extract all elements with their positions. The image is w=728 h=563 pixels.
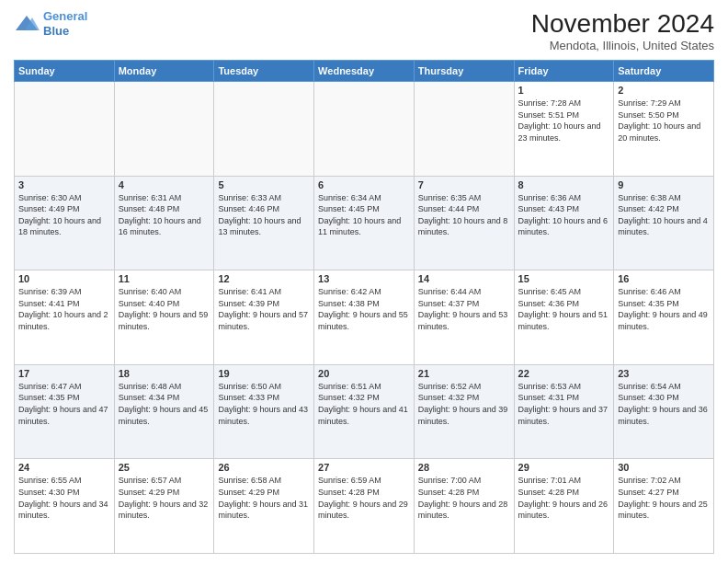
table-row: 21Sunrise: 6:52 AM Sunset: 4:32 PM Dayli… (414, 364, 514, 459)
table-row: 11Sunrise: 6:40 AM Sunset: 4:40 PM Dayli… (114, 270, 214, 365)
day-number: 30 (618, 462, 710, 473)
day-number: 29 (518, 462, 610, 473)
day-info: Sunrise: 6:59 AM Sunset: 4:28 PM Dayligh… (318, 475, 410, 521)
table-row: 24Sunrise: 6:55 AM Sunset: 4:30 PM Dayli… (15, 459, 115, 554)
col-friday: Friday (514, 61, 614, 82)
day-info: Sunrise: 6:53 AM Sunset: 4:31 PM Dayligh… (518, 381, 610, 427)
table-row: 8Sunrise: 6:36 AM Sunset: 4:43 PM Daylig… (514, 176, 614, 270)
month-title: November 2024 (531, 9, 714, 39)
day-info: Sunrise: 6:40 AM Sunset: 4:40 PM Dayligh… (119, 286, 210, 332)
header: General Blue November 2024 Mendota, Illi… (14, 9, 714, 52)
day-number: 15 (518, 273, 610, 284)
table-row (114, 82, 214, 177)
day-number: 21 (418, 368, 510, 379)
day-info: Sunrise: 7:28 AM Sunset: 5:51 PM Dayligh… (518, 98, 610, 144)
table-row: 27Sunrise: 6:59 AM Sunset: 4:28 PM Dayli… (314, 459, 415, 554)
col-monday: Monday (114, 61, 214, 82)
day-info: Sunrise: 7:02 AM Sunset: 4:27 PM Dayligh… (618, 475, 710, 521)
day-number: 9 (618, 179, 710, 190)
day-info: Sunrise: 6:45 AM Sunset: 4:36 PM Dayligh… (518, 286, 610, 332)
table-row: 22Sunrise: 6:53 AM Sunset: 4:31 PM Dayli… (514, 364, 614, 459)
logo-text: General Blue (43, 9, 87, 38)
table-row: 15Sunrise: 6:45 AM Sunset: 4:36 PM Dayli… (514, 270, 614, 365)
day-number: 23 (618, 368, 710, 379)
table-row: 10Sunrise: 6:39 AM Sunset: 4:41 PM Dayli… (15, 270, 115, 365)
col-thursday: Thursday (414, 61, 514, 82)
table-row: 3Sunrise: 6:30 AM Sunset: 4:49 PM Daylig… (15, 176, 115, 270)
day-info: Sunrise: 6:50 AM Sunset: 4:33 PM Dayligh… (218, 381, 310, 427)
table-row: 18Sunrise: 6:48 AM Sunset: 4:34 PM Dayli… (114, 364, 214, 459)
day-info: Sunrise: 6:48 AM Sunset: 4:34 PM Dayligh… (119, 381, 210, 427)
day-number: 24 (18, 462, 110, 473)
col-sunday: Sunday (15, 61, 115, 82)
logo-icon (14, 14, 40, 34)
day-info: Sunrise: 6:39 AM Sunset: 4:41 PM Dayligh… (18, 286, 110, 332)
day-number: 12 (218, 273, 310, 284)
day-info: Sunrise: 6:51 AM Sunset: 4:32 PM Dayligh… (318, 381, 410, 427)
day-info: Sunrise: 6:41 AM Sunset: 4:39 PM Dayligh… (218, 286, 310, 332)
day-number: 25 (119, 462, 210, 473)
day-number: 19 (218, 368, 310, 379)
day-number: 22 (518, 368, 610, 379)
day-info: Sunrise: 6:58 AM Sunset: 4:29 PM Dayligh… (218, 475, 310, 521)
table-row (314, 82, 415, 177)
day-number: 28 (418, 462, 510, 473)
day-number: 20 (318, 368, 410, 379)
page: General Blue November 2024 Mendota, Illi… (0, 0, 728, 563)
calendar-table: Sunday Monday Tuesday Wednesday Thursday… (14, 60, 714, 554)
table-row: 7Sunrise: 6:35 AM Sunset: 4:44 PM Daylig… (414, 176, 514, 270)
day-info: Sunrise: 6:52 AM Sunset: 4:32 PM Dayligh… (418, 381, 510, 427)
day-number: 10 (18, 273, 110, 284)
title-block: November 2024 Mendota, Illinois, United … (531, 9, 714, 52)
day-info: Sunrise: 6:36 AM Sunset: 4:43 PM Dayligh… (518, 192, 610, 238)
day-info: Sunrise: 6:42 AM Sunset: 4:38 PM Dayligh… (318, 286, 410, 332)
table-row: 9Sunrise: 6:38 AM Sunset: 4:42 PM Daylig… (614, 176, 714, 270)
day-number: 3 (18, 179, 110, 190)
table-row: 20Sunrise: 6:51 AM Sunset: 4:32 PM Dayli… (314, 364, 415, 459)
day-info: Sunrise: 6:30 AM Sunset: 4:49 PM Dayligh… (18, 192, 110, 238)
col-tuesday: Tuesday (214, 61, 314, 82)
day-info: Sunrise: 6:46 AM Sunset: 4:35 PM Dayligh… (618, 286, 710, 332)
day-number: 7 (418, 179, 510, 190)
table-row: 2Sunrise: 7:29 AM Sunset: 5:50 PM Daylig… (614, 82, 714, 177)
day-info: Sunrise: 6:57 AM Sunset: 4:29 PM Dayligh… (119, 475, 210, 521)
day-info: Sunrise: 6:34 AM Sunset: 4:45 PM Dayligh… (318, 192, 410, 238)
day-number: 16 (618, 273, 710, 284)
day-number: 8 (518, 179, 610, 190)
day-number: 5 (218, 179, 310, 190)
table-row: 16Sunrise: 6:46 AM Sunset: 4:35 PM Dayli… (614, 270, 714, 365)
day-number: 27 (318, 462, 410, 473)
day-info: Sunrise: 7:00 AM Sunset: 4:28 PM Dayligh… (418, 475, 510, 521)
day-info: Sunrise: 6:31 AM Sunset: 4:48 PM Dayligh… (119, 192, 210, 238)
day-number: 6 (318, 179, 410, 190)
table-row (414, 82, 514, 177)
day-number: 17 (18, 368, 110, 379)
table-row: 25Sunrise: 6:57 AM Sunset: 4:29 PM Dayli… (114, 459, 214, 554)
day-number: 2 (618, 85, 710, 96)
table-row: 30Sunrise: 7:02 AM Sunset: 4:27 PM Dayli… (614, 459, 714, 554)
table-row: 12Sunrise: 6:41 AM Sunset: 4:39 PM Dayli… (214, 270, 314, 365)
location: Mendota, Illinois, United States (531, 39, 714, 52)
calendar-header-row: Sunday Monday Tuesday Wednesday Thursday… (15, 61, 714, 82)
day-info: Sunrise: 6:33 AM Sunset: 4:46 PM Dayligh… (218, 192, 310, 238)
logo-line1: General (43, 9, 87, 23)
day-number: 18 (119, 368, 210, 379)
day-info: Sunrise: 6:44 AM Sunset: 4:37 PM Dayligh… (418, 286, 510, 332)
day-info: Sunrise: 7:01 AM Sunset: 4:28 PM Dayligh… (518, 475, 610, 521)
day-info: Sunrise: 7:29 AM Sunset: 5:50 PM Dayligh… (618, 98, 710, 144)
table-row: 29Sunrise: 7:01 AM Sunset: 4:28 PM Dayli… (514, 459, 614, 554)
table-row: 6Sunrise: 6:34 AM Sunset: 4:45 PM Daylig… (314, 176, 415, 270)
table-row: 4Sunrise: 6:31 AM Sunset: 4:48 PM Daylig… (114, 176, 214, 270)
logo-line2: Blue (43, 24, 69, 38)
day-number: 11 (119, 273, 210, 284)
col-wednesday: Wednesday (314, 61, 415, 82)
table-row (214, 82, 314, 177)
day-info: Sunrise: 6:35 AM Sunset: 4:44 PM Dayligh… (418, 192, 510, 238)
day-number: 13 (318, 273, 410, 284)
day-number: 4 (119, 179, 210, 190)
table-row: 26Sunrise: 6:58 AM Sunset: 4:29 PM Dayli… (214, 459, 314, 554)
logo: General Blue (14, 9, 87, 38)
table-row: 14Sunrise: 6:44 AM Sunset: 4:37 PM Dayli… (414, 270, 514, 365)
day-info: Sunrise: 6:38 AM Sunset: 4:42 PM Dayligh… (618, 192, 710, 238)
day-info: Sunrise: 6:47 AM Sunset: 4:35 PM Dayligh… (18, 381, 110, 427)
